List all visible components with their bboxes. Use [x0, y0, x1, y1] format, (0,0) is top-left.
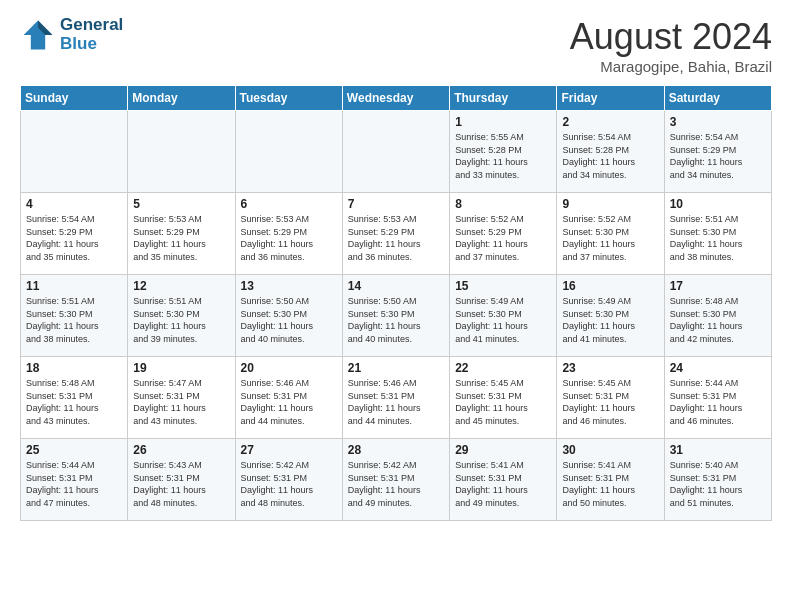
table-row — [21, 111, 128, 193]
day-number: 13 — [241, 279, 337, 293]
table-row: 26Sunrise: 5:43 AMSunset: 5:31 PMDayligh… — [128, 439, 235, 521]
table-row — [235, 111, 342, 193]
day-number: 28 — [348, 443, 444, 457]
table-row: 5Sunrise: 5:53 AMSunset: 5:29 PMDaylight… — [128, 193, 235, 275]
day-number: 9 — [562, 197, 658, 211]
day-number: 2 — [562, 115, 658, 129]
day-number: 26 — [133, 443, 229, 457]
day-number: 23 — [562, 361, 658, 375]
table-row: 6Sunrise: 5:53 AMSunset: 5:29 PMDaylight… — [235, 193, 342, 275]
day-info: Sunrise: 5:54 AMSunset: 5:29 PMDaylight:… — [670, 131, 766, 181]
calendar-header-row: Sunday Monday Tuesday Wednesday Thursday… — [21, 86, 772, 111]
day-info: Sunrise: 5:51 AMSunset: 5:30 PMDaylight:… — [670, 213, 766, 263]
day-number: 6 — [241, 197, 337, 211]
day-info: Sunrise: 5:42 AMSunset: 5:31 PMDaylight:… — [348, 459, 444, 509]
calendar-week-3: 11Sunrise: 5:51 AMSunset: 5:30 PMDayligh… — [21, 275, 772, 357]
calendar: Sunday Monday Tuesday Wednesday Thursday… — [20, 85, 772, 521]
day-number: 17 — [670, 279, 766, 293]
table-row: 23Sunrise: 5:45 AMSunset: 5:31 PMDayligh… — [557, 357, 664, 439]
day-number: 24 — [670, 361, 766, 375]
table-row: 11Sunrise: 5:51 AMSunset: 5:30 PMDayligh… — [21, 275, 128, 357]
day-info: Sunrise: 5:44 AMSunset: 5:31 PMDaylight:… — [670, 377, 766, 427]
calendar-week-5: 25Sunrise: 5:44 AMSunset: 5:31 PMDayligh… — [21, 439, 772, 521]
table-row: 15Sunrise: 5:49 AMSunset: 5:30 PMDayligh… — [450, 275, 557, 357]
table-row: 13Sunrise: 5:50 AMSunset: 5:30 PMDayligh… — [235, 275, 342, 357]
header: General Blue August 2024 Maragogipe, Bah… — [20, 16, 772, 75]
calendar-week-1: 1Sunrise: 5:55 AMSunset: 5:28 PMDaylight… — [21, 111, 772, 193]
day-number: 4 — [26, 197, 122, 211]
table-row: 30Sunrise: 5:41 AMSunset: 5:31 PMDayligh… — [557, 439, 664, 521]
table-row: 12Sunrise: 5:51 AMSunset: 5:30 PMDayligh… — [128, 275, 235, 357]
table-row: 29Sunrise: 5:41 AMSunset: 5:31 PMDayligh… — [450, 439, 557, 521]
table-row: 2Sunrise: 5:54 AMSunset: 5:28 PMDaylight… — [557, 111, 664, 193]
day-number: 30 — [562, 443, 658, 457]
day-info: Sunrise: 5:41 AMSunset: 5:31 PMDaylight:… — [562, 459, 658, 509]
day-info: Sunrise: 5:44 AMSunset: 5:31 PMDaylight:… — [26, 459, 122, 509]
table-row: 8Sunrise: 5:52 AMSunset: 5:29 PMDaylight… — [450, 193, 557, 275]
day-number: 21 — [348, 361, 444, 375]
day-info: Sunrise: 5:54 AMSunset: 5:29 PMDaylight:… — [26, 213, 122, 263]
table-row: 18Sunrise: 5:48 AMSunset: 5:31 PMDayligh… — [21, 357, 128, 439]
table-row: 1Sunrise: 5:55 AMSunset: 5:28 PMDaylight… — [450, 111, 557, 193]
header-thursday: Thursday — [450, 86, 557, 111]
header-sunday: Sunday — [21, 86, 128, 111]
location: Maragogipe, Bahia, Brazil — [570, 58, 772, 75]
day-number: 12 — [133, 279, 229, 293]
header-friday: Friday — [557, 86, 664, 111]
day-info: Sunrise: 5:43 AMSunset: 5:31 PMDaylight:… — [133, 459, 229, 509]
table-row: 19Sunrise: 5:47 AMSunset: 5:31 PMDayligh… — [128, 357, 235, 439]
table-row: 21Sunrise: 5:46 AMSunset: 5:31 PMDayligh… — [342, 357, 449, 439]
table-row: 7Sunrise: 5:53 AMSunset: 5:29 PMDaylight… — [342, 193, 449, 275]
day-info: Sunrise: 5:53 AMSunset: 5:29 PMDaylight:… — [348, 213, 444, 263]
day-info: Sunrise: 5:47 AMSunset: 5:31 PMDaylight:… — [133, 377, 229, 427]
table-row: 10Sunrise: 5:51 AMSunset: 5:30 PMDayligh… — [664, 193, 771, 275]
day-info: Sunrise: 5:49 AMSunset: 5:30 PMDaylight:… — [562, 295, 658, 345]
day-info: Sunrise: 5:41 AMSunset: 5:31 PMDaylight:… — [455, 459, 551, 509]
table-row: 24Sunrise: 5:44 AMSunset: 5:31 PMDayligh… — [664, 357, 771, 439]
day-info: Sunrise: 5:53 AMSunset: 5:29 PMDaylight:… — [133, 213, 229, 263]
day-number: 14 — [348, 279, 444, 293]
day-info: Sunrise: 5:52 AMSunset: 5:30 PMDaylight:… — [562, 213, 658, 263]
day-info: Sunrise: 5:50 AMSunset: 5:30 PMDaylight:… — [348, 295, 444, 345]
day-number: 25 — [26, 443, 122, 457]
logo: General Blue — [20, 16, 123, 53]
day-number: 5 — [133, 197, 229, 211]
day-number: 20 — [241, 361, 337, 375]
day-info: Sunrise: 5:52 AMSunset: 5:29 PMDaylight:… — [455, 213, 551, 263]
logo-text: General Blue — [60, 16, 123, 53]
day-info: Sunrise: 5:53 AMSunset: 5:29 PMDaylight:… — [241, 213, 337, 263]
table-row: 27Sunrise: 5:42 AMSunset: 5:31 PMDayligh… — [235, 439, 342, 521]
header-monday: Monday — [128, 86, 235, 111]
day-info: Sunrise: 5:45 AMSunset: 5:31 PMDaylight:… — [562, 377, 658, 427]
day-number: 11 — [26, 279, 122, 293]
day-number: 10 — [670, 197, 766, 211]
month-title: August 2024 — [570, 16, 772, 58]
day-number: 3 — [670, 115, 766, 129]
table-row: 4Sunrise: 5:54 AMSunset: 5:29 PMDaylight… — [21, 193, 128, 275]
day-info: Sunrise: 5:54 AMSunset: 5:28 PMDaylight:… — [562, 131, 658, 181]
day-info: Sunrise: 5:50 AMSunset: 5:30 PMDaylight:… — [241, 295, 337, 345]
day-info: Sunrise: 5:51 AMSunset: 5:30 PMDaylight:… — [133, 295, 229, 345]
table-row: 31Sunrise: 5:40 AMSunset: 5:31 PMDayligh… — [664, 439, 771, 521]
day-number: 27 — [241, 443, 337, 457]
day-number: 15 — [455, 279, 551, 293]
calendar-week-4: 18Sunrise: 5:48 AMSunset: 5:31 PMDayligh… — [21, 357, 772, 439]
day-number: 31 — [670, 443, 766, 457]
page: General Blue August 2024 Maragogipe, Bah… — [0, 0, 792, 612]
day-number: 29 — [455, 443, 551, 457]
table-row: 9Sunrise: 5:52 AMSunset: 5:30 PMDaylight… — [557, 193, 664, 275]
day-info: Sunrise: 5:55 AMSunset: 5:28 PMDaylight:… — [455, 131, 551, 181]
header-tuesday: Tuesday — [235, 86, 342, 111]
table-row: 20Sunrise: 5:46 AMSunset: 5:31 PMDayligh… — [235, 357, 342, 439]
day-info: Sunrise: 5:49 AMSunset: 5:30 PMDaylight:… — [455, 295, 551, 345]
table-row — [128, 111, 235, 193]
table-row: 25Sunrise: 5:44 AMSunset: 5:31 PMDayligh… — [21, 439, 128, 521]
day-info: Sunrise: 5:46 AMSunset: 5:31 PMDaylight:… — [348, 377, 444, 427]
header-wednesday: Wednesday — [342, 86, 449, 111]
day-number: 1 — [455, 115, 551, 129]
day-info: Sunrise: 5:48 AMSunset: 5:30 PMDaylight:… — [670, 295, 766, 345]
day-number: 8 — [455, 197, 551, 211]
day-number: 19 — [133, 361, 229, 375]
day-info: Sunrise: 5:51 AMSunset: 5:30 PMDaylight:… — [26, 295, 122, 345]
table-row: 14Sunrise: 5:50 AMSunset: 5:30 PMDayligh… — [342, 275, 449, 357]
